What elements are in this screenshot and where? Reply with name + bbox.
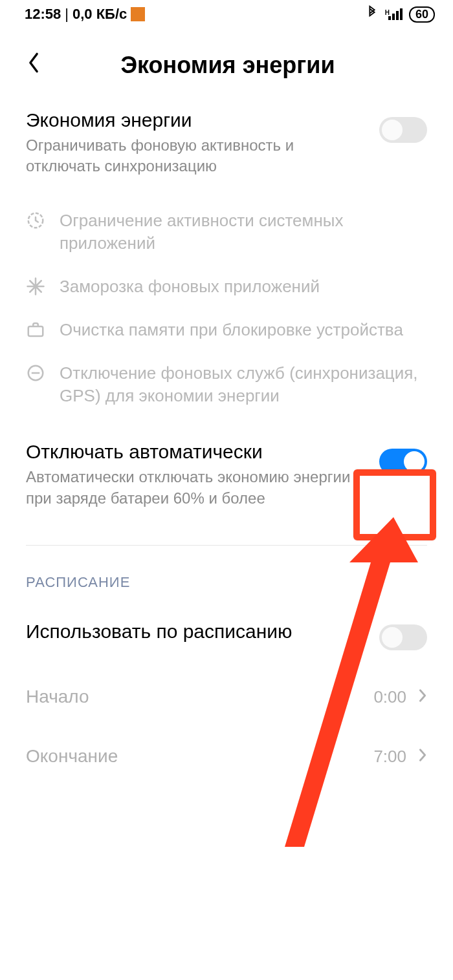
feature-label: Очистка памяти при блокировке устройства (60, 319, 403, 341)
schedule-end-row[interactable]: Окончание 7:00 (26, 727, 427, 786)
use-schedule-toggle[interactable] (379, 624, 427, 650)
schedule-start-label: Начало (26, 687, 373, 707)
chevron-right-icon (418, 687, 427, 707)
battery-saver-subtitle: Ограничивать фоновую активность и отключ… (26, 135, 364, 177)
feature-label: Заморозка фоновых приложений (60, 275, 320, 298)
page-header: Экономия энергии (0, 28, 453, 92)
auto-disable-subtitle: Автоматически отключать экономию энергии… (26, 467, 364, 509)
feature-list: Ограничение активности системных приложе… (26, 194, 427, 430)
feature-label: Отключение фоновых служб (синхронизация,… (60, 362, 427, 407)
clock-icon (26, 211, 45, 230)
bluetooth-icon (366, 5, 379, 23)
schedule-section-header: РАСПИСАНИЕ (26, 553, 427, 600)
auto-disable-title: Отключать автоматически (26, 441, 364, 463)
feature-item: Ограничение активности системных приложе… (26, 199, 427, 265)
battery-saver-row[interactable]: Экономия энергии Ограничивать фоновую ак… (26, 92, 427, 194)
schedule-end-label: Окончание (26, 746, 373, 767)
running-app-icon (131, 7, 145, 21)
feature-label: Ограничение активности системных приложе… (60, 209, 427, 255)
schedule-end-value: 7:00 (373, 747, 406, 767)
briefcase-icon (26, 320, 45, 339)
feature-item: Заморозка фоновых приложений (26, 265, 427, 308)
chevron-right-icon (418, 747, 427, 767)
status-time: 12:58 (25, 6, 61, 23)
status-bar: 12:58 | 0,0 КБ/с H 60 (0, 0, 453, 28)
annotation-highlight (353, 469, 436, 540)
use-schedule-row[interactable]: Использовать по расписанию (26, 600, 427, 667)
use-schedule-label: Использовать по расписанию (26, 621, 364, 643)
snowflake-icon (26, 277, 45, 296)
battery-saver-title: Экономия энергии (26, 109, 364, 131)
status-netspeed: 0,0 КБ/с (72, 6, 127, 23)
battery-indicator: 60 (409, 6, 435, 23)
battery-saver-toggle[interactable] (379, 117, 427, 143)
network-type-icon: H (385, 9, 390, 16)
page-title: Экономия энергии (28, 52, 427, 79)
schedule-start-value: 0:00 (373, 687, 406, 707)
divider (26, 545, 427, 546)
signal-icon (388, 8, 403, 20)
feature-item: Очистка памяти при блокировке устройства (26, 308, 427, 352)
schedule-start-row[interactable]: Начало 0:00 (26, 667, 427, 727)
feature-item: Отключение фоновых служб (синхронизация,… (26, 352, 427, 418)
circle-minus-icon (26, 363, 45, 383)
svg-rect-1 (28, 326, 43, 336)
